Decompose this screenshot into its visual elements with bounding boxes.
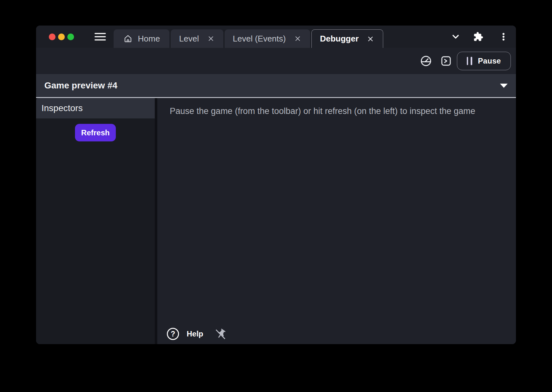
sidebar-resize-divider[interactable]	[155, 98, 157, 344]
zoom-window-button[interactable]	[67, 34, 74, 40]
pause-button-label: Pause	[478, 57, 501, 65]
menu-icon[interactable]	[94, 32, 106, 41]
debugger-toolbar: Pause	[36, 48, 516, 74]
inspectors-sidebar: Inspectors Refresh	[36, 98, 155, 344]
extensions-puzzle-icon[interactable]	[473, 32, 483, 42]
close-icon[interactable]	[366, 35, 375, 43]
pause-button[interactable]: Pause	[457, 52, 511, 70]
tab-label: Level (Events)	[233, 34, 286, 44]
kebab-menu-icon[interactable]	[499, 32, 508, 41]
close-icon[interactable]	[207, 34, 215, 43]
tabbar-actions	[451, 32, 508, 42]
tab-debugger[interactable]: Debugger	[311, 29, 383, 48]
console-icon[interactable]	[440, 55, 452, 67]
inspector-hint-message: Pause the game (from the toolbar) or hit…	[157, 98, 516, 116]
minimize-window-button[interactable]	[58, 34, 65, 40]
inspector-panel: Pause the game (from the toolbar) or hit…	[157, 98, 516, 344]
dropdown-caret-icon[interactable]	[500, 84, 508, 88]
panel-footer: ? Help	[157, 328, 516, 344]
game-preview-selector[interactable]: Game preview #4	[36, 74, 516, 98]
tab-label: Debugger	[320, 34, 359, 44]
close-icon[interactable]	[294, 34, 302, 43]
tab-level[interactable]: Level	[171, 29, 223, 48]
home-icon	[123, 34, 133, 43]
help-button[interactable]: ? Help	[167, 328, 203, 340]
refresh-button[interactable]: Refresh	[75, 124, 116, 141]
inspectors-header: Inspectors	[36, 98, 155, 118]
chevron-down-icon[interactable]	[451, 32, 460, 41]
close-window-button[interactable]	[49, 34, 56, 40]
help-label: Help	[187, 329, 203, 338]
tab-bar: Home Level Level (Events) Debugger	[36, 26, 516, 48]
help-icon: ?	[167, 328, 179, 340]
tab-home[interactable]: Home	[114, 29, 169, 48]
profiler-gauge-icon[interactable]	[420, 55, 432, 67]
content-area: Inspectors Refresh Pause the game (from …	[36, 98, 516, 344]
game-preview-title: Game preview #4	[44, 80, 117, 91]
pause-icon	[467, 57, 472, 65]
debugger-window: Home Level Level (Events) Debugger	[36, 26, 516, 344]
tab-label: Home	[138, 34, 160, 44]
tab-label: Level	[179, 34, 199, 44]
tab-level-events[interactable]: Level (Events)	[225, 29, 310, 48]
window-controls	[49, 34, 74, 40]
unpin-icon[interactable]	[214, 328, 227, 340]
